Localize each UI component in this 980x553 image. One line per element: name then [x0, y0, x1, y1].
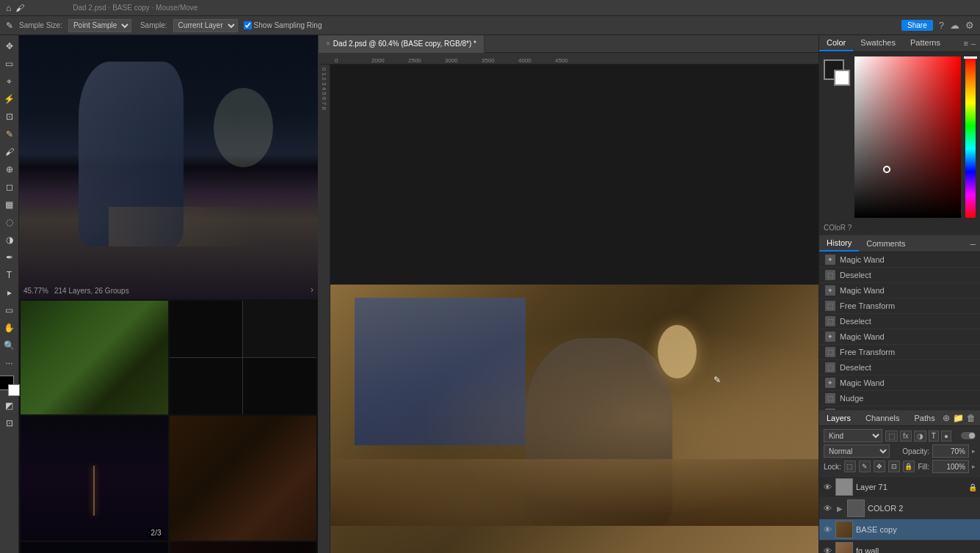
share-button[interactable]: Share — [901, 20, 933, 31]
screen-mode-tool[interactable]: ⊡ — [1, 415, 18, 431]
tab-close-btn[interactable]: × — [326, 40, 330, 48]
layer-item-0[interactable]: 👁 Layer 71 🔒 — [819, 477, 980, 498]
main-thumbnail[interactable]: 45.77% 214 Layers, 26 Groups › — [19, 35, 318, 299]
lock-artboard-btn[interactable]: ⊡ — [888, 461, 900, 472]
tab-channels[interactable]: Channels — [858, 411, 907, 425]
help-icon[interactable]: ? — [939, 20, 944, 31]
history-panel-collapse[interactable]: – — [970, 238, 980, 249]
layer-eye-1[interactable]: 👁 — [822, 503, 832, 513]
history-item-10[interactable]: ⬚ Deselect (Save) — [819, 406, 980, 410]
color-panel-menu[interactable]: ≡ — [963, 39, 968, 48]
layer-item-2[interactable]: 👁 BASE copy — [819, 519, 980, 541]
history-item-9[interactable]: ⬚ Nudge — [819, 391, 980, 406]
eyedropper-icon[interactable]: ✎ — [6, 21, 13, 31]
settings-icon[interactable]: ⚙ — [965, 20, 974, 31]
path-select-tool[interactable]: ▸ — [1, 285, 18, 301]
history-item-8[interactable]: ✦ Magic Wand — [819, 376, 980, 391]
canvas-workspace[interactable]: ✎ — [330, 65, 819, 553]
filter-smart-icon[interactable]: ● — [941, 431, 951, 442]
delete-layer-icon[interactable]: 🗑 — [967, 413, 976, 423]
history-item-3[interactable]: ⬚ Free Transform — [819, 299, 980, 314]
lock-image-btn[interactable]: ✎ — [859, 461, 871, 472]
tab-history[interactable]: History — [819, 235, 859, 252]
history-item-0[interactable]: ✦ Magic Wand — [819, 252, 980, 268]
crop-tool[interactable]: ⊡ — [1, 109, 18, 125]
opacity-chevron[interactable]: ▸ — [972, 447, 976, 455]
quick-mask-tool[interactable]: ◩ — [1, 398, 18, 414]
layer-item-3[interactable]: 👁 fg wall — [819, 541, 980, 553]
brush-tool-icon[interactable]: 🖌 — [15, 3, 24, 13]
canvas-tab-active[interactable]: × Dad 2.psd @ 60.4% (BASE copy, RGB/8*) … — [319, 35, 484, 53]
thumb-cell-dark-scene[interactable] — [170, 542, 317, 553]
left-tool-panel: ✥ ▭ ⌖ ⚡ ⊡ ✎ 🖌 ⊕ ◻ ▦ ◌ ◑ ✒ T ▸ ▭ ✋ 🔍 ··· … — [0, 35, 19, 553]
foreground-bg-swatches[interactable] — [0, 376, 20, 396]
tab-swatches[interactable]: Swatches — [853, 35, 903, 51]
sample-size-select[interactable]: Point Sample — [68, 19, 131, 32]
text-tool[interactable]: T — [1, 267, 18, 283]
show-ring-label[interactable]: Show Sampling Ring — [244, 21, 322, 29]
lock-transparent-btn[interactable]: ⬚ — [844, 461, 856, 472]
fill-input[interactable] — [932, 460, 969, 473]
gradient-tool[interactable]: ▦ — [1, 197, 18, 213]
layer-eye-0[interactable]: 👁 — [822, 482, 832, 492]
layer-expand-1[interactable]: ▶ — [835, 504, 844, 513]
layers-filter-toggle[interactable] — [961, 432, 976, 439]
home-icon[interactable]: ⌂ — [6, 3, 11, 13]
pen-tool[interactable]: ✒ — [1, 249, 18, 265]
history-item-4[interactable]: ⬚ Deselect — [819, 314, 980, 329]
tab-paths[interactable]: Paths — [907, 411, 943, 425]
history-item-7[interactable]: ⬚ Deselect — [819, 360, 980, 376]
history-item-5[interactable]: ✦ Magic Wand — [819, 329, 980, 345]
lock-position-btn[interactable]: ✥ — [874, 461, 885, 472]
history-label-0: Magic Wand — [840, 255, 885, 264]
cloud-icon[interactable]: ☁ — [950, 20, 959, 31]
tab-comments[interactable]: Comments — [859, 236, 912, 251]
tab-layers[interactable]: Layers — [819, 411, 858, 425]
history-item-2[interactable]: ✦ Magic Wand — [819, 283, 980, 299]
thumb-cell-bookshelf[interactable] — [170, 416, 317, 541]
hue-slider[interactable] — [965, 56, 976, 218]
filter-fx-icon[interactable]: fx — [900, 431, 912, 442]
move-tool[interactable]: ✥ — [1, 38, 18, 54]
bg-color-swatch[interactable] — [834, 70, 850, 86]
tab-patterns[interactable]: Patterns — [903, 35, 948, 51]
magic-wand-tool[interactable]: ⚡ — [1, 91, 18, 107]
lock-all-btn[interactable]: 🔒 — [903, 461, 915, 472]
layers-kind-select[interactable]: Kind — [824, 429, 882, 442]
eraser-tool[interactable]: ◻ — [1, 179, 18, 195]
thumbnail-expand-arrow[interactable]: › — [311, 285, 313, 295]
filter-text-icon[interactable]: T — [929, 431, 939, 442]
thumb-cell-dark-hall[interactable]: 2/3 — [21, 416, 168, 541]
tab-color[interactable]: Color — [819, 35, 853, 51]
shape-tool[interactable]: ▭ — [1, 302, 18, 318]
history-item-1[interactable]: ⬚ Deselect — [819, 268, 980, 283]
dodge-tool[interactable]: ◑ — [1, 232, 18, 248]
sample-layer-select[interactable]: Current Layer — [173, 19, 238, 32]
clone-tool[interactable]: ⊕ — [1, 161, 18, 177]
color-panel-collapse[interactable]: – — [971, 39, 976, 48]
layer-eye-2[interactable]: 👁 — [822, 524, 832, 535]
layer-eye-3[interactable]: 👁 — [822, 546, 832, 553]
zoom-tool[interactable]: 🔍 — [1, 337, 18, 354]
layer-group-1[interactable]: 👁 ▶ COLOR 2 — [819, 498, 980, 519]
eyedropper-tool[interactable]: ✎ — [1, 126, 18, 142]
select-rect-tool[interactable]: ▭ — [1, 56, 18, 72]
hand-tool[interactable]: ✋ — [1, 320, 18, 336]
history-item-6[interactable]: ⬚ Free Transform — [819, 345, 980, 360]
thumb-cell-1[interactable] — [21, 301, 168, 414]
thumb-cell-2[interactable] — [170, 301, 317, 414]
filter-pixel-icon[interactable]: ⬚ — [885, 431, 898, 442]
brush-tool[interactable]: 🖌 — [1, 144, 18, 160]
color-gradient-picker[interactable] — [854, 56, 961, 218]
new-layer-icon[interactable]: ⊕ — [943, 413, 950, 423]
background-swatch[interactable] — [8, 384, 20, 396]
lasso-tool[interactable]: ⌖ — [1, 73, 18, 89]
fill-chevron[interactable]: ▸ — [972, 463, 976, 470]
blend-mode-select[interactable]: Normal — [824, 444, 890, 458]
new-group-icon[interactable]: 📁 — [953, 413, 964, 423]
filter-adj-icon[interactable]: ◑ — [914, 431, 926, 442]
opacity-input[interactable] — [932, 444, 969, 458]
thumb-cell-dark-tunnel[interactable] — [21, 542, 168, 553]
blur-tool[interactable]: ◌ — [1, 214, 18, 230]
more-tools[interactable]: ··· — [1, 355, 18, 371]
